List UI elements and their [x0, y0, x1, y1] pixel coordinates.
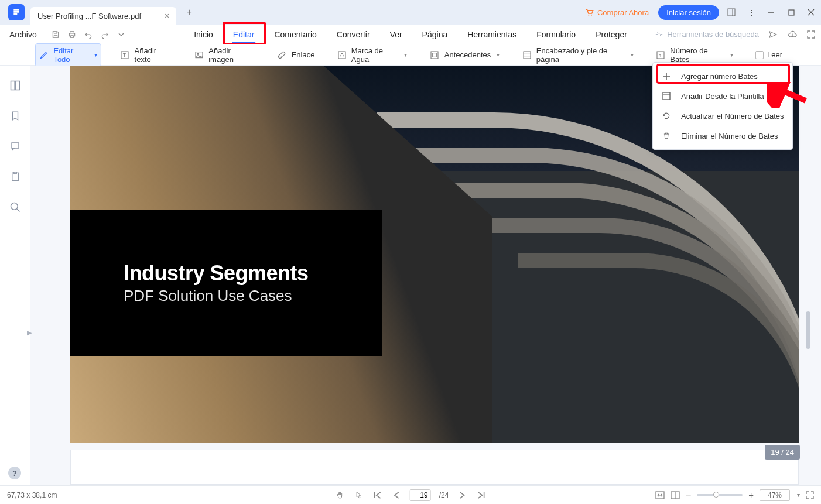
statusbar: 67,73 x 38,1 cm /24 − + 47% ▾: [0, 485, 821, 504]
hand-tool-icon[interactable]: [335, 490, 345, 500]
maximize-icon[interactable]: [784, 5, 799, 20]
svg-rect-5: [789, 10, 794, 15]
file-menu[interactable]: Archivo: [6, 28, 40, 42]
bookmark-icon[interactable]: [8, 109, 22, 123]
svg-rect-22: [663, 92, 670, 100]
bates-delete-item[interactable]: Eliminar el Número de Bates: [653, 126, 792, 146]
menu-herramientas[interactable]: Herramientas: [466, 26, 518, 43]
titlebar: User Profiling ...F Software.pdf × + Com…: [0, 0, 821, 25]
zoom-slider-thumb[interactable]: [713, 492, 719, 498]
svg-point-29: [11, 203, 18, 210]
search-icon[interactable]: [8, 200, 22, 214]
last-page-icon[interactable]: [476, 490, 486, 500]
pencil-icon: [39, 50, 49, 60]
page-title-box: Industry Segments PDF Solution Use Cases: [70, 210, 382, 356]
svg-text:#: #: [659, 53, 662, 58]
header-footer-button[interactable]: Encabezado y pie de página▾: [518, 44, 637, 66]
background-icon: [429, 50, 440, 60]
undo-icon[interactable]: [81, 28, 95, 42]
cart-icon: [584, 8, 594, 17]
send-icon[interactable]: [768, 30, 778, 39]
checkbox-icon: [755, 51, 764, 59]
svg-rect-15: [524, 52, 531, 59]
svg-text:T: T: [123, 52, 126, 58]
next-page-icon[interactable]: [457, 490, 467, 500]
zoom-dropdown-icon[interactable]: ▾: [797, 492, 800, 498]
print-icon[interactable]: [65, 28, 79, 42]
background-button[interactable]: Antecedentes▾: [426, 47, 504, 63]
svg-point-1: [591, 15, 592, 16]
zoom-slider[interactable]: [697, 494, 743, 496]
edit-all-button[interactable]: Editar Todo▾: [35, 43, 101, 67]
qat-dropdown-icon[interactable]: [114, 28, 128, 42]
menu-comentario[interactable]: Comentario: [273, 26, 317, 43]
zoom-in-icon[interactable]: +: [748, 490, 754, 500]
template-icon: [661, 91, 672, 101]
svg-line-30: [16, 209, 19, 212]
close-tab-icon[interactable]: ×: [165, 11, 169, 20]
add-image-button[interactable]: Añadir imagen: [191, 44, 258, 66]
prev-page-icon[interactable]: [391, 490, 402, 500]
buy-now-button[interactable]: Comprar Ahora: [580, 5, 654, 19]
cloud-icon[interactable]: [787, 30, 798, 39]
select-tool-icon[interactable]: [354, 490, 364, 500]
bates-update-item[interactable]: Actualizar el Número de Bates: [653, 106, 792, 126]
svg-point-11: [197, 53, 199, 55]
sparkle-icon: [655, 30, 663, 39]
attachment-icon[interactable]: [8, 170, 22, 184]
menu-ver[interactable]: Ver: [389, 26, 403, 43]
new-tab-button[interactable]: +: [181, 4, 197, 20]
svg-rect-13: [431, 52, 438, 59]
help-button[interactable]: ?: [8, 467, 21, 479]
fit-width-icon[interactable]: [655, 491, 665, 499]
vertical-scrollbar[interactable]: [806, 311, 810, 349]
search-tools-button[interactable]: Herramientas de búsqueda: [655, 30, 759, 39]
menubar: Archivo Inicio Editar Comentario Convert…: [0, 25, 821, 44]
sidebar-expander[interactable]: ▶: [27, 329, 32, 337]
add-text-button[interactable]: T Añadir texto: [117, 44, 176, 66]
text-icon: T: [120, 50, 130, 60]
close-window-icon[interactable]: [803, 5, 819, 20]
tab-title: User Profiling ...F Software.pdf: [37, 12, 141, 20]
more-icon[interactable]: ⋮: [744, 5, 759, 20]
sign-in-button[interactable]: Iniciar sesión: [658, 5, 719, 20]
next-page-preview: [70, 450, 799, 485]
fullscreen-icon[interactable]: [806, 491, 814, 499]
cursor-coords: 67,73 x 38,1 cm: [7, 491, 57, 499]
plus-icon: [661, 71, 672, 81]
header-footer-icon: [522, 50, 532, 60]
menu-editar[interactable]: Editar: [232, 26, 256, 43]
bates-add-item[interactable]: Agregar número Bates: [653, 66, 792, 86]
menu-convertir[interactable]: Convertir: [336, 26, 371, 43]
svg-point-0: [588, 15, 589, 16]
comment-icon[interactable]: [8, 139, 22, 153]
trash-icon: [661, 131, 672, 141]
save-icon[interactable]: [49, 28, 63, 42]
page-heading: Industry Segments: [124, 261, 309, 286]
minimize-icon[interactable]: [764, 5, 779, 20]
first-page-icon[interactable]: [372, 490, 383, 500]
read-toggle[interactable]: Leer: [752, 48, 786, 61]
link-icon: [276, 50, 287, 60]
svg-rect-2: [728, 9, 735, 16]
menu-formulario[interactable]: Formulario: [535, 26, 577, 43]
watermark-icon: [337, 50, 346, 60]
zoom-out-icon[interactable]: −: [686, 490, 691, 500]
zoom-value[interactable]: 47%: [760, 489, 790, 501]
menu-inicio[interactable]: Inicio: [193, 26, 214, 43]
menu-proteger[interactable]: Proteger: [594, 26, 628, 43]
redo-icon[interactable]: [98, 28, 112, 42]
expand-icon[interactable]: [807, 30, 815, 39]
panel-icon[interactable]: [724, 5, 739, 20]
thumbnails-icon[interactable]: [8, 78, 22, 92]
page-number-input[interactable]: [410, 489, 431, 501]
left-sidebar: [0, 66, 30, 485]
svg-rect-14: [432, 53, 436, 57]
link-button[interactable]: Enlace: [273, 47, 319, 63]
watermark-button[interactable]: Marca de Agua▾: [333, 44, 410, 66]
bates-template-item[interactable]: Añadir Desde la Plantilla: [653, 86, 792, 106]
document-tab[interactable]: User Profiling ...F Software.pdf ×: [30, 7, 176, 25]
menu-pagina[interactable]: Página: [421, 26, 449, 43]
bates-icon: #: [656, 50, 665, 60]
fit-page-icon[interactable]: [671, 491, 680, 499]
